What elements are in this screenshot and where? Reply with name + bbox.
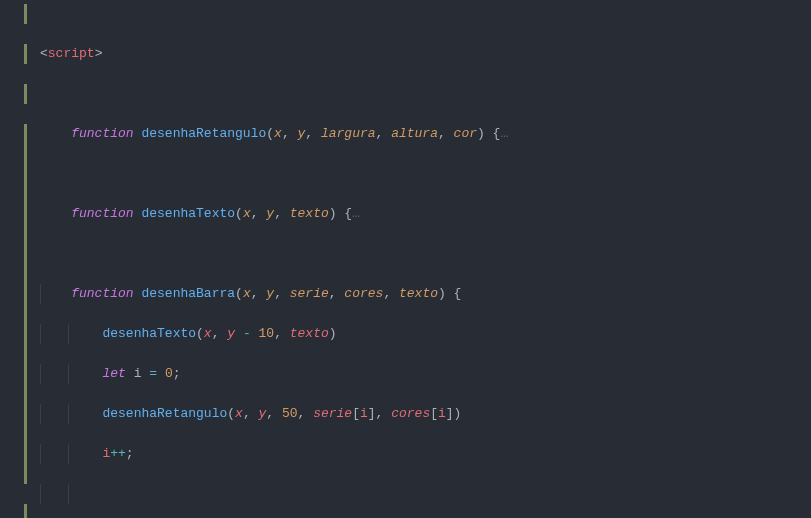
arg: serie [313, 406, 352, 421]
arg: cores [391, 406, 430, 421]
kw-function: function [71, 206, 133, 221]
param: cores [344, 286, 383, 301]
code-line[interactable]: desenhaRetangulo(x, y, 50, serie[i], cor… [40, 404, 811, 424]
fn-name: desenhaBarra [141, 286, 235, 301]
arg: x [235, 406, 243, 421]
fold-icon[interactable]: … [352, 206, 360, 221]
param: x [243, 286, 251, 301]
param: texto [290, 206, 329, 221]
code-line[interactable]: desenhaTexto(x, y - 10, texto) [40, 324, 811, 344]
code-editor[interactable]: <script> function desenhaRetangulo(x, y,… [0, 0, 811, 518]
idx: i [360, 406, 368, 421]
fn-name: desenhaRetangulo [141, 126, 266, 141]
fn-call: desenhaRetangulo [102, 406, 227, 421]
tag-name: script [48, 46, 95, 61]
num: 50 [282, 406, 298, 421]
param: y [266, 206, 274, 221]
var: i [134, 366, 142, 381]
kw-function: function [71, 286, 133, 301]
code-content[interactable]: <script> function desenhaRetangulo(x, y,… [34, 0, 811, 518]
code-line[interactable]: <script> [40, 44, 811, 64]
param: y [266, 286, 274, 301]
param: serie [290, 286, 329, 301]
code-line[interactable] [40, 84, 811, 104]
gutter [0, 0, 34, 518]
param: x [274, 126, 282, 141]
kw-let: let [102, 366, 125, 381]
fn-call: desenhaTexto [102, 326, 196, 341]
code-line[interactable]: let i = 0; [40, 364, 811, 384]
param: texto [399, 286, 438, 301]
tag-open: < [40, 46, 48, 61]
code-line[interactable]: i++; [40, 444, 811, 464]
arg: x [204, 326, 212, 341]
op: ++ [110, 446, 126, 461]
param: altura [391, 126, 438, 141]
param: x [243, 206, 251, 221]
code-line[interactable] [40, 164, 811, 184]
kw-function: function [71, 126, 133, 141]
num: 0 [165, 366, 173, 381]
fn-name: desenhaTexto [141, 206, 235, 221]
param: cor [454, 126, 477, 141]
arg: y [227, 326, 235, 341]
code-line[interactable] [40, 244, 811, 264]
code-line[interactable]: function desenhaBarra(x, y, serie, cores… [40, 284, 811, 304]
idx: i [438, 406, 446, 421]
code-line[interactable] [40, 484, 811, 504]
code-line[interactable]: function desenhaTexto(x, y, texto) {… [40, 204, 811, 224]
num: 10 [259, 326, 275, 341]
fold-icon[interactable]: … [500, 126, 508, 141]
tag-close: > [95, 46, 103, 61]
arg: texto [290, 326, 329, 341]
code-line[interactable]: function desenhaRetangulo(x, y, largura,… [40, 124, 811, 144]
param: largura [321, 126, 376, 141]
